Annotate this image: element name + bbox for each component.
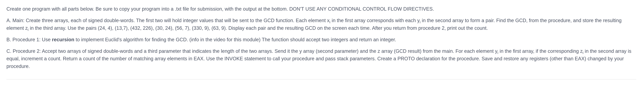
part-b-tail: to implement Euclid's algorithm for find…: [74, 37, 396, 42]
assignment-document: Create one program with all parts below.…: [0, 0, 644, 87]
divider: [6, 79, 636, 79]
part-c-paragraph: C. Procedure 2: Accept two arrays of sig…: [6, 47, 636, 70]
part-a-tail: in the third array. Use the pairs (24, 4…: [28, 25, 488, 31]
part-c-lead: C. Procedure 2: Accept two arrays of sig…: [6, 48, 498, 54]
part-b-paragraph: B. Procedure 1: Use recursion to impleme…: [6, 36, 636, 44]
part-a-paragraph: A. Main: Create three arrays, each of si…: [6, 17, 636, 32]
part-a-mid1: in the first array corresponds with each…: [330, 18, 420, 23]
part-a-lead: A. Main: Create three arrays, each of si…: [6, 18, 330, 23]
intro-paragraph: Create one program with all parts below.…: [6, 5, 636, 13]
part-c-mid1: in the first array, if the corresponding…: [498, 48, 582, 54]
part-b-bold: recursion: [52, 37, 74, 42]
intro-text: Create one program with all parts below.…: [6, 6, 434, 12]
part-b-lead: B. Procedure 1: Use: [6, 37, 52, 42]
